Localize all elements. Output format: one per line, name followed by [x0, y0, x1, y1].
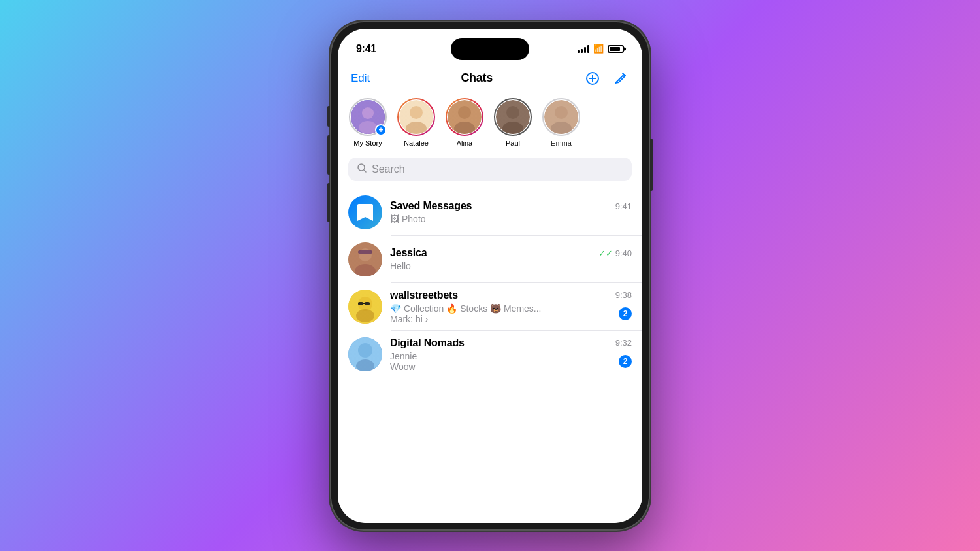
app-content: Edit Chats — [338, 64, 642, 523]
volume-up-button — [327, 106, 330, 127]
wsb-badge: 2 — [619, 307, 632, 320]
compose-button[interactable] — [611, 69, 629, 88]
chat-list: Saved Messages 9:41 🖼 Photo — [338, 189, 642, 523]
battery-icon — [608, 45, 624, 53]
svg-point-31 — [358, 343, 372, 358]
status-time: 9:41 — [356, 43, 376, 55]
story-label-alina: Alina — [457, 139, 472, 147]
search-placeholder-text: Search — [372, 163, 405, 175]
story-label-my-story: My Story — [353, 139, 382, 147]
phone-screen: 9:41 📶 Edit Chats — [338, 29, 642, 523]
svg-point-5 — [359, 121, 377, 134]
signal-icon — [578, 45, 589, 53]
svg-point-4 — [362, 107, 374, 119]
digital-nomads-badge: 2 — [619, 355, 632, 368]
power-button — [650, 139, 653, 191]
svg-point-13 — [506, 106, 519, 119]
svg-rect-23 — [358, 250, 372, 254]
story-item-paul[interactable]: Paul — [493, 98, 532, 147]
digital-nomads-avatar — [348, 337, 382, 371]
search-bar[interactable]: Search — [348, 158, 632, 181]
digital-nomads-time: 9:32 — [615, 338, 632, 348]
jessica-info: Jessica ✓✓ 9:40 Hello — [390, 247, 632, 271]
saved-messages-avatar — [348, 195, 382, 229]
svg-point-7 — [410, 106, 423, 119]
wsb-preview-line2: Mark: hi › — [390, 314, 542, 324]
wsb-avatar — [348, 290, 382, 324]
dn-preview-line2: Woow — [390, 361, 417, 372]
saved-messages-name: Saved Messages — [390, 200, 472, 212]
dynamic-island — [451, 38, 529, 60]
svg-point-16 — [555, 106, 568, 119]
search-magnifier-icon — [357, 163, 367, 175]
my-story-plus-icon: + — [375, 124, 387, 136]
edit-button[interactable]: Edit — [351, 72, 370, 85]
saved-messages-preview-text: Photo — [402, 214, 426, 224]
wsb-name: wallstreetbets — [390, 290, 458, 301]
wsb-info: wallstreetbets 9:38 💎 Collection 🔥 Stock… — [390, 290, 632, 324]
story-label-emma: Emma — [551, 139, 572, 147]
phone-wrapper: 9:41 📶 Edit Chats — [330, 21, 650, 531]
volume-down-button — [327, 135, 330, 175]
dn-preview-line1: Jennie — [390, 351, 417, 361]
wsb-time: 9:38 — [615, 290, 632, 300]
chat-item-wallstreetbets[interactable]: wallstreetbets 9:38 💎 Collection 🔥 Stock… — [338, 283, 642, 331]
jessica-name: Jessica — [390, 247, 427, 259]
status-icons: 📶 — [578, 44, 624, 54]
jessica-checkmark: ✓✓ — [598, 248, 613, 258]
digital-nomads-name: Digital Nomads — [390, 337, 465, 349]
jessica-avatar — [348, 242, 382, 276]
wsb-preview-line1: 💎 Collection 🔥 Stocks 🐻 Memes... — [390, 303, 542, 314]
chat-item-digital-nomads[interactable]: Digital Nomads 9:32 Jennie Woow 2 — [338, 331, 642, 378]
chat-item-jessica[interactable]: Jessica ✓✓ 9:40 Hello — [338, 236, 642, 283]
story-item-natalee[interactable]: Natalee — [397, 98, 436, 147]
mute-button — [327, 183, 330, 222]
svg-rect-27 — [365, 302, 370, 305]
story-label-natalee: Natalee — [404, 139, 429, 147]
story-item-alina[interactable]: Alina — [445, 98, 484, 147]
saved-messages-time: 9:41 — [615, 201, 632, 211]
page-title: Chats — [461, 71, 493, 85]
svg-rect-26 — [358, 302, 363, 305]
saved-messages-preview: 🖼 Photo — [390, 214, 632, 224]
stories-row: + My Story — [338, 95, 642, 158]
jessica-preview: Hello — [390, 261, 632, 271]
add-group-button[interactable] — [583, 69, 602, 88]
svg-point-10 — [458, 106, 471, 119]
story-item-my-story[interactable]: + My Story — [348, 98, 387, 147]
header-actions — [583, 69, 629, 88]
story-label-paul: Paul — [506, 139, 520, 147]
header: Edit Chats — [338, 64, 642, 95]
svg-point-29 — [356, 309, 374, 322]
saved-messages-info: Saved Messages 9:41 🖼 Photo — [390, 200, 632, 224]
wifi-icon: 📶 — [593, 44, 604, 54]
svg-line-19 — [364, 170, 366, 172]
chat-item-saved-messages[interactable]: Saved Messages 9:41 🖼 Photo — [338, 189, 642, 236]
jessica-time: 9:40 — [615, 248, 632, 258]
digital-nomads-info: Digital Nomads 9:32 Jennie Woow 2 — [390, 337, 632, 372]
story-item-emma[interactable]: Emma — [542, 98, 581, 147]
photo-icon: 🖼 — [390, 214, 399, 224]
